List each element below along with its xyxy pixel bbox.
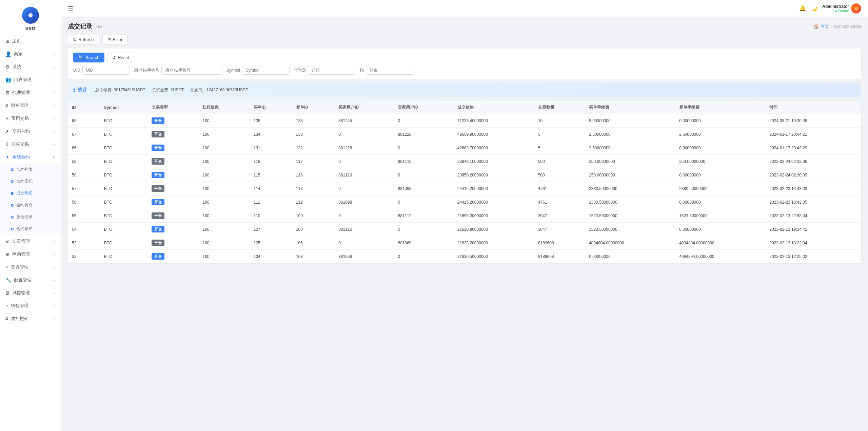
breadcrumb-home-link[interactable]: 主页 (821, 24, 829, 30)
sidebar-item-merchant[interactable]: 👤 商家 ‹ (0, 48, 61, 60)
refresh-button[interactable]: ↻ Refresh (68, 35, 99, 44)
search-actions: 🔍 Search ↺ Reset (73, 53, 856, 62)
cell-id: 56 (68, 195, 100, 209)
cell-type: 开仓 (147, 141, 198, 155)
sidebar-item-coin-trade[interactable]: B 币币交易 ‹ (0, 112, 61, 125)
cell-time: 2024-05-21 19:30:38 (765, 114, 861, 128)
cell-sell-fee: 2.50000000 (675, 128, 765, 141)
cell-time: 2023-02-23 13:43:03 (765, 182, 861, 195)
type-badge: 平仓 (152, 158, 164, 165)
sidebar-item-mining[interactable]: ¥ 质押挖矿 ‹ (0, 312, 61, 325)
cell-price: 23848.10000000 (453, 155, 534, 168)
cell-time: 2024-01-17 20:44:21 (765, 128, 861, 141)
sidebar-item-contract-list[interactable]: 合约列表 (0, 164, 61, 175)
wallet-mgmt-icon: ○ (5, 303, 8, 308)
sidebar-item-finance-mgmt[interactable]: $ 财务管理 ‹ (0, 99, 61, 112)
topbar: ☰ 🔔 🌙 Administrator ● Online ⚙ (61, 0, 868, 17)
time-from-input[interactable] (308, 66, 355, 75)
chevron-icon-finance: ‹ (54, 104, 55, 108)
cell-buy-fee: 4094804.00000000 (585, 236, 675, 250)
search-btn-icon: 🔍 (78, 55, 84, 60)
sidebar-item-system-label: 系统 (13, 64, 21, 70)
sidebar-item-perpetual-record[interactable]: 穿仓记录 (0, 211, 61, 223)
search-bar: 🔍 Search ↺ Reset UID 用户名/手机号 Sy (68, 49, 861, 79)
cell-buy-fee: 1523.50000000 (585, 209, 675, 223)
table-row: 68 BTC 开仓 100 135 136 881245 0 71233.400… (68, 114, 861, 128)
cell-buy-fee: 0.00000000 (585, 250, 675, 263)
sidebar-item-config-mgmt-label: 配置管理 (14, 277, 32, 283)
cell-symbol: BTC (100, 223, 148, 236)
uid-label: UID (73, 68, 80, 73)
cell-symbol: BTC (100, 128, 148, 141)
col-buyer-uid: 买家用户ID (334, 101, 394, 114)
sidebar-item-agent-mgmt[interactable]: ⊠ 代理管理 ‹ (0, 86, 61, 99)
table-row: 55 BTC 平仓 100 110 109 0 881112 21695.300… (68, 209, 861, 223)
sidebar-item-system[interactable]: ⚙ 系统 ‹ (0, 60, 61, 73)
table-row: 59 BTC 平仓 100 118 117 0 881110 23848.100… (68, 155, 861, 168)
sidebar-item-homepage-mgmt[interactable]: ≡ 首页管理 ‹ (0, 261, 61, 274)
sidebar-item-perpetual[interactable]: ✦ 永续合约 ∨ (0, 151, 61, 164)
cell-buyer-uid: 0 (334, 128, 394, 141)
stats-items: 总手续费: 381754619USDT 总资金费: 2USDT 总盈亏: -12… (95, 87, 248, 93)
sidebar-item-config-mgmt[interactable]: 🔧 配置管理 ‹ (0, 274, 61, 286)
page-title-area: 成交记录 List (68, 22, 102, 31)
cell-sell-id: 113 (292, 182, 334, 195)
sidebar-item-contract-account-label: 合约账户 (16, 226, 33, 232)
sidebar-item-home[interactable]: ⊞ 主页 (0, 35, 61, 48)
sidebar-item-contract-entrust[interactable]: 合约委托 (0, 175, 61, 187)
dot-trade-record (11, 192, 14, 195)
sidebar-item-contract-account[interactable]: 合约账户 (0, 223, 61, 235)
cell-id: 55 (68, 209, 100, 223)
system-icon: ⚙ (5, 64, 10, 70)
sidebar-item-agent-mgmt-label: 代理管理 (12, 90, 30, 96)
col-sell-id: 卖单ID (292, 101, 334, 114)
cell-leverage: 100 (198, 141, 249, 155)
cell-time: 2023-02-23 13:42:05 (765, 195, 861, 209)
topbar-right: 🔔 🌙 Administrator ● Online ⚙ (799, 3, 861, 14)
coin-trade-icon: B (5, 116, 8, 121)
reset-button[interactable]: ↺ Reset (107, 53, 134, 62)
cell-seller-uid: 881228 (394, 128, 453, 141)
sidebar-item-purchase-mgmt[interactable]: ⊕ 申购管理 ‹ (0, 248, 61, 261)
cell-seller-uid: 0 (394, 250, 453, 263)
chevron-icon-agent: ‹ (54, 91, 55, 95)
svg-point-2 (28, 13, 33, 17)
cell-sell-id: 136 (292, 114, 334, 128)
cell-time: 2023-02-13 12:25:02 (765, 250, 861, 263)
filter-button[interactable]: ⊟ Filter (102, 35, 128, 44)
cell-buy-fee: 250.00000000 (585, 155, 675, 168)
sidebar-item-contract-trade[interactable]: ✗ 交割合约 ‹ (0, 125, 61, 138)
col-leverage: 杠杆倍数 (198, 101, 249, 114)
symbol-input[interactable] (242, 66, 290, 75)
uid-input[interactable] (82, 66, 130, 75)
sidebar-item-perpetual-record-label: 穿仓记录 (16, 214, 33, 220)
type-badge: 平仓 (152, 131, 164, 137)
cell-symbol: BTC (100, 209, 148, 223)
notification-icon[interactable]: 🔔 (799, 5, 806, 12)
sidebar-item-trade-record[interactable]: 成交明细 (0, 187, 61, 199)
chevron-icon-mining: ‹ (54, 317, 55, 321)
dot-contract-list (11, 168, 14, 171)
sidebar-item-risk-mgmt[interactable]: ⊠ 风控管理 ‹ (0, 286, 61, 299)
cell-price: 71233.40000000 (453, 114, 534, 128)
search-button[interactable]: 🔍 Search (73, 53, 104, 62)
sidebar-menu: ⊞ 主页 👤 商家 ‹ ⚙ 系统 ‹ 👥 用户管理 ‹ (0, 35, 61, 431)
user-avatar[interactable]: ⚙ (851, 3, 861, 14)
dot-contract-hold (11, 204, 14, 207)
moon-icon[interactable]: 🌙 (811, 5, 817, 12)
sidebar-item-user-mgmt[interactable]: 👥 用户管理 ‹ (0, 73, 61, 86)
time-to-input[interactable] (366, 66, 413, 75)
sidebar-item-mining-label: 质押挖矿 (11, 316, 28, 322)
cell-leverage: 100 (198, 236, 249, 250)
time-to-label: To (359, 68, 364, 73)
sidebar-item-contract-hold[interactable]: 合约持仓 (0, 199, 61, 211)
sidebar-item-document-mgmt[interactable]: ✉ 文案管理 ‹ (0, 235, 61, 248)
hamburger-button[interactable]: ☰ (68, 5, 73, 12)
cell-buyer-uid: 0 (334, 182, 394, 195)
mining-icon: ¥ (5, 316, 8, 321)
sidebar-item-perpetual-label: 永续合约 (12, 154, 30, 160)
user-input[interactable] (161, 66, 222, 75)
sidebar-item-futures-trade[interactable]: B 期权交易 ‹ (0, 138, 61, 151)
sidebar-item-wallet-mgmt[interactable]: ○ 钱包管理 ‹ (0, 299, 61, 312)
cell-type: 开仓 (147, 114, 198, 128)
